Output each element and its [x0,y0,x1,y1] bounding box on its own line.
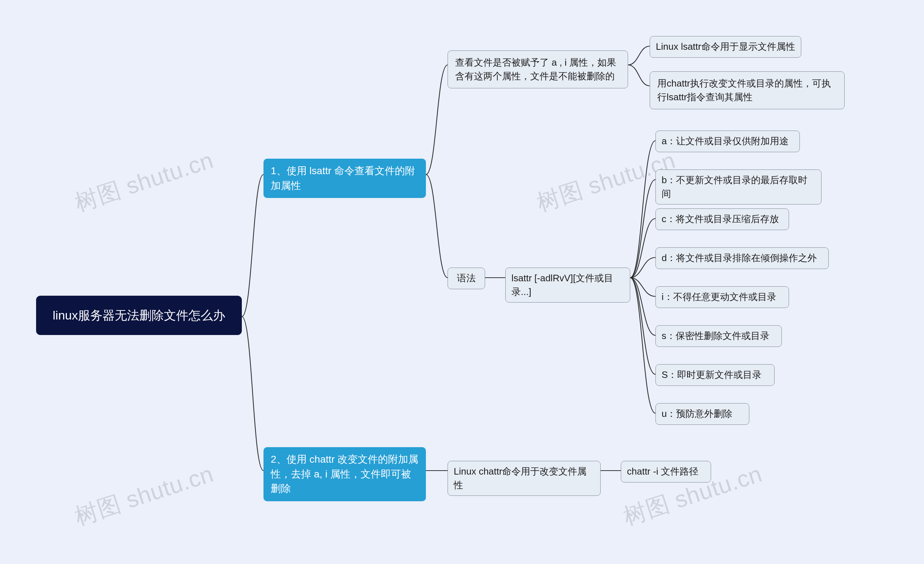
syntax-label-text: 语法 [457,272,476,283]
opt-u-text: u：预防意外删除 [662,408,732,419]
node-opt-u: u：预防意外删除 [656,403,749,425]
syntax-cmd-text: lsattr [-adlRvV][文件或目录...] [512,272,613,297]
node-opt-a: a：让文件或目录仅供附加用途 [656,130,800,152]
opt-s-text: s：保密性删除文件或目录 [662,330,770,341]
opt-a-text: a：让文件或目录仅供附加用途 [662,136,789,147]
main-node-lsattr: 1、使用 lsattr 命令查看文件的附加属性 [264,159,426,198]
node-opt-i: i：不得任意更动文件或目录 [656,286,789,308]
lsattr-desc-text: Linux lsattr命令用于显示文件属性 [656,41,795,52]
chattr-change-text: 用chattr执行改变文件或目录的属性，可执行lsattr指令查询其属性 [657,78,831,102]
opt-d-text: d：将文件或目录排除在倾倒操作之外 [662,253,817,263]
node-syntax-label: 语法 [448,268,485,289]
watermark: 树图 shutu.cn [71,145,217,219]
opt-b-text: b：不更新文件或目录的最后存取时间 [662,175,807,199]
main2-label: 2、使用 chattr 改变文件的附加属性，去掉 a, i 属性，文件即可被删除 [271,454,418,494]
main-node-chattr: 2、使用 chattr 改变文件的附加属性，去掉 a, i 属性，文件即可被删除 [264,447,426,501]
root-title: linux服务器无法删除文件怎么办 [53,308,225,322]
node-opt-s: s：保密性删除文件或目录 [656,325,782,347]
main1-label: 1、使用 lsattr 命令查看文件的附加属性 [271,165,415,191]
node-opt-b: b：不更新文件或目录的最后存取时间 [656,169,822,205]
opt-c-text: c：将文件或目录压缩后存放 [662,214,779,224]
node-syntax-cmd: lsattr [-adlRvV][文件或目录...] [506,268,630,302]
opt-i-text: i：不得任意更动文件或目录 [662,292,776,302]
watermark: 树图 shutu.cn [71,458,217,533]
node-opt-cap-s: S：即时更新文件或目录 [656,364,775,386]
node-chattr-desc: Linux chattr命令用于改变文件属性 [448,461,601,496]
node-lsattr-desc: Linux lsattr命令用于显示文件属性 [650,36,801,58]
node-opt-c: c：将文件或目录压缩后存放 [656,208,789,230]
node-opt-d: d：将文件或目录排除在倾倒操作之外 [656,247,829,269]
node-check-ai: 查看文件是否被赋予了 a , i 属性，如果含有这两个属性，文件是不能被删除的 [448,51,628,88]
root-node: linux服务器无法删除文件怎么办 [36,296,242,335]
node-chattr-cmd: chattr -i 文件路径 [621,461,711,483]
check-ai-text: 查看文件是否被赋予了 a , i 属性，如果含有这两个属性，文件是不能被删除的 [455,57,616,81]
opt-cap-s-text: S：即时更新文件或目录 [662,369,762,380]
chattr-cmd-text: chattr -i 文件路径 [627,466,698,477]
node-chattr-change: 用chattr执行改变文件或目录的属性，可执行lsattr指令查询其属性 [650,72,844,109]
chattr-desc-text: Linux chattr命令用于改变文件属性 [454,466,586,491]
